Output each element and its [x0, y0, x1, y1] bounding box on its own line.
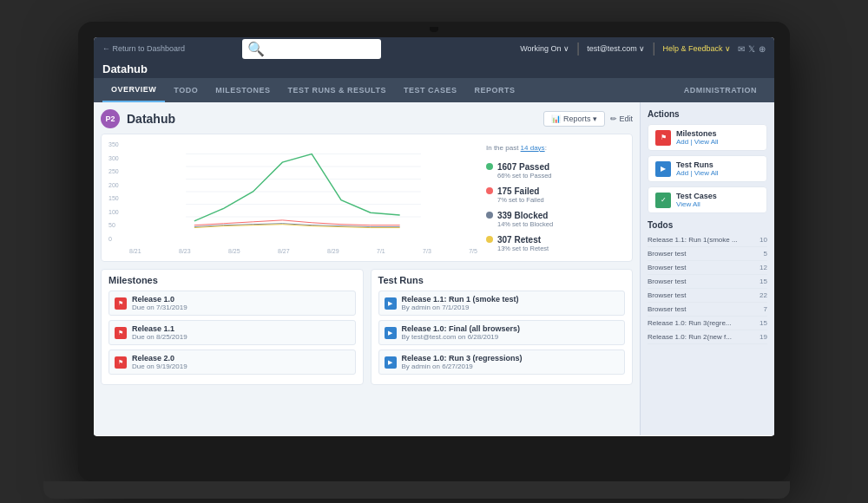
todo-item[interactable]: Browser test 5	[648, 247, 767, 261]
nav-reports[interactable]: REPORTS	[465, 78, 523, 102]
milestone-icon: ⚑	[115, 297, 127, 310]
top-icons: ✉ 𝕏 ⊕	[738, 44, 766, 54]
chevron-down-icon: ▾	[593, 114, 597, 123]
nav-milestones[interactable]: MILESTONES	[207, 78, 279, 102]
test-runs-view-all-link[interactable]: View All	[694, 169, 719, 177]
search-icon: 🔍	[247, 41, 265, 57]
back-to-dashboard[interactable]: ← Return to Dashboard	[102, 44, 185, 53]
laptop-frame: ← Return to Dashboard 🔍 Working On ∨ | t…	[78, 22, 790, 481]
todo-item[interactable]: Browser test 12	[648, 261, 767, 275]
chart-svg	[108, 141, 477, 254]
test-run-icon: ▶	[385, 327, 397, 339]
nav-overview[interactable]: OVERVIEW	[102, 78, 165, 102]
project-badge: P2	[101, 109, 120, 128]
nav-test-cases[interactable]: TEST CASES	[395, 78, 466, 102]
nav-administration[interactable]: ADMINISTRATION	[675, 78, 766, 102]
milestones-title: Milestones	[108, 275, 356, 285]
user-email-dropdown[interactable]: test@test.com ∨	[587, 44, 645, 53]
brand-name: Datahub	[102, 62, 148, 75]
milestones-add-link[interactable]: Add	[676, 138, 688, 146]
help-feedback-link[interactable]: Help & Feedback ∨	[662, 44, 731, 53]
test-runs-action-icon: ▶	[655, 161, 671, 177]
center-area: P2 Datahub 📊 Reports ▾ ✏ Edit	[94, 102, 640, 435]
todos-title: Todos	[648, 220, 767, 230]
x-axis: 8/218/238/258/278/297/17/37/5	[129, 248, 477, 254]
bottom-section: Milestones ⚑ Release 1.0 Due on 7/31/201…	[101, 269, 633, 385]
rss-icon[interactable]: ⊕	[759, 44, 766, 54]
blocked-dot	[486, 212, 493, 219]
action-milestones: ⚑ Milestones Add | View All	[648, 124, 767, 151]
mail-icon[interactable]: ✉	[738, 44, 745, 54]
stat-passed: 1607 Passed 66% set to Passed	[486, 162, 625, 180]
milestone-item[interactable]: ⚑ Release 2.0 Due on 9/19/2019	[108, 349, 356, 375]
chart-stats: In the past 14 days: 1607 Passed 66% set…	[486, 141, 625, 254]
test-run-item[interactable]: ▶ Release 1.1: Run 1 (smoke test) By adm…	[378, 291, 626, 316]
test-run-item[interactable]: ▶ Release 1.0: Final (all browsers) By t…	[378, 320, 626, 345]
todo-item[interactable]: Browser test 15	[648, 275, 767, 289]
project-title: Datahub	[127, 112, 175, 126]
milestone-icon: ⚑	[115, 327, 127, 339]
edit-icon: ✏	[610, 114, 617, 123]
divider: |	[576, 41, 580, 56]
right-sidebar: Actions ⚑ Milestones Add | View All ▶	[640, 102, 774, 435]
top-bar-right: Working On ∨ | test@test.com ∨ | Help & …	[520, 41, 766, 56]
passed-dot	[486, 163, 493, 170]
search-box[interactable]: 🔍	[242, 39, 381, 59]
test-runs-add-link[interactable]: Add	[676, 169, 688, 177]
milestones-section: Milestones ⚑ Release 1.0 Due on 7/31/201…	[101, 269, 364, 385]
search-input[interactable]	[267, 44, 376, 53]
milestones-action-icon: ⚑	[655, 130, 671, 146]
nav-todo[interactable]: TODO	[165, 78, 207, 102]
divider2: |	[652, 41, 655, 56]
milestone-icon: ⚑	[115, 356, 127, 369]
stat-blocked: 339 Blocked 14% set to Blocked	[486, 211, 625, 228]
action-test-runs: ▶ Test Runs Add | View All	[648, 155, 767, 182]
test-run-icon: ▶	[385, 356, 397, 369]
days-link[interactable]: 14 days	[521, 144, 545, 152]
nav-test-runs-results[interactable]: TEST RUNS & RESULTS	[279, 78, 395, 102]
laptop-notch	[430, 27, 438, 32]
stat-failed: 175 Failed 7% set to Failed	[486, 186, 625, 204]
y-axis: 350300250200150100500	[108, 141, 119, 254]
milestone-item[interactable]: ⚑ Release 1.1 Due on 8/25/2019	[108, 320, 356, 345]
todo-item[interactable]: Browser test 22	[648, 289, 767, 303]
nav-bar: OVERVIEW TODO MILESTONES TEST RUNS & RES…	[94, 78, 774, 102]
todo-item[interactable]: Release 1.0: Run 3(regre... 15	[648, 317, 767, 330]
reports-button[interactable]: 📊 Reports ▾	[543, 111, 606, 127]
twitter-icon[interactable]: 𝕏	[748, 44, 755, 54]
todo-item[interactable]: Browser test 7	[648, 303, 767, 317]
working-on-dropdown[interactable]: Working On ∨	[520, 44, 569, 53]
test-cases-action-icon: ✓	[655, 193, 671, 208]
laptop-screen: ← Return to Dashboard 🔍 Working On ∨ | t…	[94, 37, 774, 436]
failed-dot	[486, 187, 493, 194]
test-run-icon: ▶	[385, 297, 397, 310]
todo-item[interactable]: Release 1.1: Run 1(smoke ... 10	[648, 233, 767, 247]
test-run-item[interactable]: ▶ Release 1.0: Run 3 (regressions) By ad…	[378, 349, 626, 375]
top-bar: ← Return to Dashboard 🔍 Working On ∨ | t…	[94, 37, 774, 60]
project-header: P2 Datahub 📊 Reports ▾ ✏ Edit	[101, 109, 633, 128]
milestones-view-all-link[interactable]: View All	[694, 138, 719, 146]
brand-bar: Datahub	[94, 60, 774, 78]
chart-container: 350300250200150100500	[101, 134, 633, 262]
milestone-item[interactable]: ⚑ Release 1.0 Due on 7/31/2019	[108, 291, 356, 316]
stat-retest: 307 Retest 13% set to Retest	[486, 235, 625, 252]
laptop-base	[43, 481, 790, 499]
test-runs-section: Test Runs ▶ Release 1.1: Run 1 (smoke te…	[371, 269, 634, 385]
actions-title: Actions	[648, 109, 767, 119]
chart-area: 350300250200150100500	[108, 141, 477, 254]
retest-dot	[486, 236, 493, 243]
todo-item[interactable]: Release 1.0: Run 2(new f... 19	[648, 330, 767, 344]
project-actions: 📊 Reports ▾ ✏ Edit	[543, 111, 633, 127]
past-label: In the past 14 days:	[486, 144, 625, 152]
action-test-cases: ✓ Test Cases View All	[648, 186, 767, 213]
test-runs-title: Test Runs	[378, 275, 626, 285]
main-content: P2 Datahub 📊 Reports ▾ ✏ Edit	[94, 102, 774, 435]
reports-icon: 📊	[551, 114, 561, 123]
edit-button[interactable]: ✏ Edit	[610, 111, 633, 127]
test-cases-view-all-link[interactable]: View All	[676, 200, 700, 208]
